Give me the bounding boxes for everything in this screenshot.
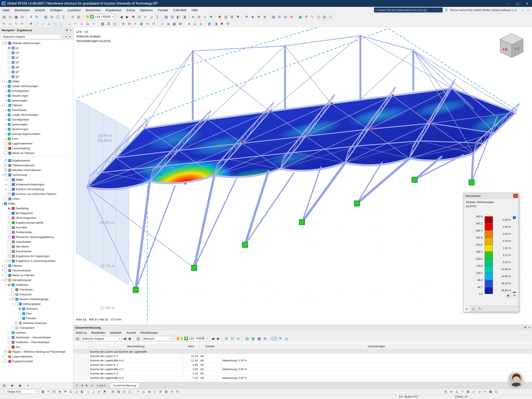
checkbox[interactable]	[8, 245, 11, 248]
tree-item-ergebnisse-für-kopplungen[interactable]: Ergebnisse für Kopplungen	[0, 254, 73, 259]
tree-item-grauzone[interactable]: ▸Grauzone	[0, 292, 73, 297]
radio-button[interactable]	[18, 312, 21, 315]
center-snap-icon[interactable]: ⌖	[460, 389, 465, 394]
expander-icon[interactable]: ▸	[1, 269, 4, 272]
focus-icon[interactable]: ◉	[139, 21, 144, 27]
expander-icon[interactable]: ▸	[4, 99, 8, 102]
nodal-support-marker[interactable]	[469, 180, 474, 185]
layers-icon[interactable]: ≡	[186, 21, 192, 27]
lines-icon[interactable]: ≡	[169, 389, 174, 394]
scale-max-slider[interactable]	[513, 216, 516, 219]
hatch-icon[interactable]: ▨	[322, 14, 327, 19]
checkbox[interactable]	[15, 302, 18, 305]
tree-item-volumenkörper[interactable]: ▸Volumenkörper	[0, 268, 73, 273]
tree-item-netzknoten-volumenkörper[interactable]: Netzknoten - Volumenkörper	[0, 335, 73, 340]
tree-item-standard[interactable]: Standard	[0, 306, 73, 311]
diameter-icon[interactable]: ⌀	[96, 389, 102, 394]
menu-cad-bim[interactable]: CAD-BIM	[171, 7, 189, 13]
checkbox[interactable]	[4, 350, 7, 353]
expander-icon[interactable]: ▾	[1, 80, 4, 82]
mirror-icon[interactable]: ◧	[207, 21, 213, 27]
pin-icon[interactable]: ▼	[66, 29, 68, 32]
menu-fenster[interactable]: Fenster	[155, 7, 171, 13]
tree-item-weiche-farbübergänge[interactable]: ▾Weiche Farbübergänge	[0, 297, 73, 302]
result-table-icon[interactable]: ⊞	[223, 336, 229, 342]
radio-button[interactable]	[18, 307, 21, 310]
expander-icon[interactable]: ▸	[1, 360, 4, 362]
table-icon[interactable]: ▦	[100, 21, 105, 27]
tree-item-ohne-diagramm[interactable]: Ohne Diagramm	[0, 215, 73, 220]
line-icon[interactable]: ╱	[34, 21, 40, 27]
next-table-icon[interactable]: ▶	[127, 336, 133, 342]
guideline-icon[interactable]: ◇	[152, 389, 158, 394]
tree-item-schichtseite[interactable]: ▸Schichtseite	[0, 108, 73, 112]
display-navigator-tab[interactable]: ◉	[8, 382, 16, 389]
tree-item-form[interactable]: ▸Form	[0, 136, 73, 141]
menu-datei[interactable]: Datei	[0, 7, 12, 13]
tree-item-ergebnisse-in-zwischenpunkten[interactable]: ▸Ergebnisse in Zwischenpunkten	[0, 259, 73, 263]
stop-icon[interactable]: ⊘	[289, 14, 294, 19]
more-icon[interactable]: ▼	[235, 14, 241, 19]
radio-button[interactable]	[8, 212, 11, 215]
radio-button[interactable]	[18, 317, 21, 320]
expander-icon[interactable]: ▾	[1, 279, 4, 281]
radio-button[interactable]	[8, 70, 11, 73]
surface-icon[interactable]: ▱	[40, 21, 46, 27]
delete-loadcase-icon[interactable]: ✖	[131, 14, 136, 19]
settings-icon[interactable]: ⚙	[175, 389, 180, 394]
tree-item-plastische-spannungsglättung[interactable]: Plastische Spannungsglättung	[0, 235, 73, 239]
next-loadcase-icon[interactable]: ▶	[215, 336, 221, 342]
radio-button[interactable]	[8, 61, 11, 64]
radio-button[interactable]	[8, 346, 11, 348]
checkbox[interactable]	[11, 326, 14, 329]
previous-loadcase-icon[interactable]: ◀	[210, 336, 215, 342]
pin-icon[interactable]: ▼	[524, 326, 526, 329]
radio-button[interactable]	[8, 341, 11, 344]
snapshot-icon[interactable]: ▣	[297, 14, 303, 19]
nodal-support-marker[interactable]	[299, 219, 305, 225]
tree-item-flächen[interactable]: ▾Flächen	[0, 103, 73, 108]
support-icon[interactable]: ⊥	[67, 21, 73, 27]
zoom-out-icon[interactable]: ⊖	[127, 21, 132, 27]
hatch-icon[interactable]: ▨	[116, 389, 121, 394]
split-view-icon[interactable]: ◧	[175, 14, 181, 19]
tree-item-isolinien[interactable]: Isolinien	[0, 330, 73, 335]
print-icon[interactable]: ▤	[244, 336, 250, 342]
table-row[interactable]: Summe der Lagerkräfte in Z-7.15kNAbweich…	[73, 376, 532, 380]
open-file-icon[interactable]: ▥	[7, 14, 13, 19]
tree-item-lastverteilung[interactable]: Lastverteilung	[0, 146, 73, 151]
previous-loadcase-icon[interactable]: ◀	[119, 14, 124, 19]
expander-icon[interactable]: ▸	[4, 260, 8, 262]
checkbox[interactable]	[4, 274, 7, 277]
close-button[interactable]: ✕	[522, 0, 532, 7]
new-file-icon[interactable]: ▤	[1, 14, 7, 19]
color-spectrum-tab[interactable]: ≣	[463, 306, 470, 312]
first-page-button[interactable]: ⏮	[75, 383, 79, 388]
frame-icon[interactable]: ⊡	[328, 14, 333, 19]
table-row[interactable]: Summe der Lagerkräfte in X22.14kNAbweich…	[73, 358, 532, 363]
radio-button[interactable]	[8, 207, 11, 210]
views-navigator-tab[interactable]: ▣	[16, 382, 24, 389]
expander-icon[interactable]: ▸	[4, 123, 8, 126]
checkbox[interactable]	[11, 293, 14, 296]
checkbox[interactable]	[8, 254, 11, 258]
settings-icon[interactable]: ⚙	[225, 21, 231, 27]
tree-item-werte-an-flächen[interactable]: Werte an Flächen	[0, 151, 73, 155]
tree-item-u[interactable]: |u|	[0, 45, 73, 50]
expander-icon[interactable]: ▾	[1, 203, 4, 205]
delete-icon[interactable]: ✖	[102, 389, 107, 394]
checkbox[interactable]	[4, 355, 7, 358]
snap-toggle-icon[interactable]: ⊞	[443, 389, 448, 394]
word-export-icon[interactable]: ▦	[256, 336, 262, 342]
add-object-icon[interactable]: ✚	[256, 14, 261, 19]
tree-item-lagerreaktionen[interactable]: Lagerreaktionen	[0, 141, 73, 146]
control-panel-titlebar[interactable]: Steuerpanel ✕	[463, 193, 519, 199]
maximize-button[interactable]: □	[513, 0, 522, 7]
tree-item-innenkanten[interactable]: Innenkanten	[0, 239, 73, 244]
tree-item-alle-werte[interactable]: Alle Werte	[0, 244, 73, 249]
checkbox[interactable]	[4, 147, 7, 150]
cube-x-axis-label[interactable]: +X	[502, 47, 508, 52]
tree-item-trennlinien[interactable]: Trennlinien	[0, 287, 73, 292]
tree-item-lokale-verformungen[interactable]: ▸Lokale Verformungen	[0, 84, 73, 89]
grid-icon[interactable]: ⊞	[49, 14, 54, 19]
